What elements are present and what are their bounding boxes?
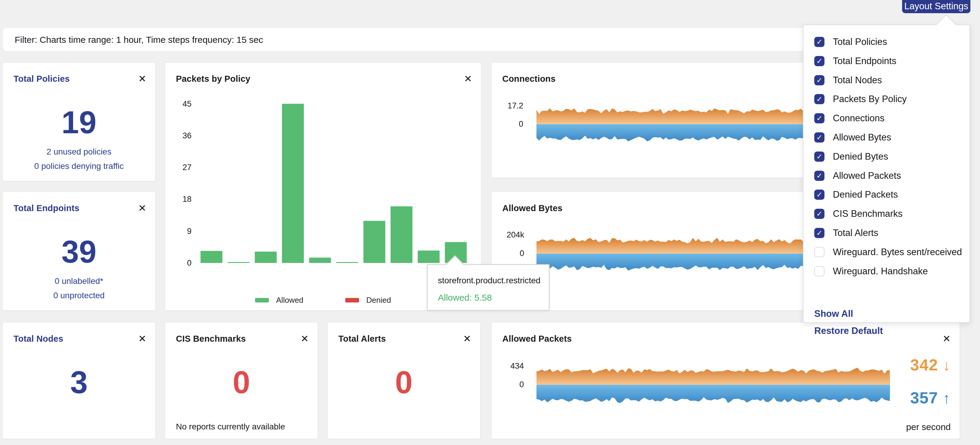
- checked-checkbox-icon[interactable]: [814, 37, 824, 47]
- menu-item-label: Total Policies: [833, 36, 887, 48]
- layout-settings-button[interactable]: Layout Settings: [902, 0, 970, 13]
- menu-item-denied-bytes[interactable]: Denied Bytes: [814, 150, 888, 163]
- menu-item-label: Wireguard. Bytes sent/received: [833, 247, 962, 258]
- cis-benchmarks-value: 0: [165, 365, 318, 400]
- menu-item-label: Connections: [833, 113, 885, 124]
- menu-item-allowed-bytes[interactable]: Allowed Bytes: [814, 131, 891, 143]
- close-icon[interactable]: ✕: [137, 73, 148, 85]
- card-title-allowed-bytes: Allowed Bytes: [502, 203, 563, 213]
- card-title-total-alerts: Total Alerts: [338, 334, 386, 344]
- menu-item-label: CIS Benchmarks: [833, 208, 903, 219]
- card-total-alerts: Total Alerts ✕ 0: [327, 322, 480, 439]
- card-total-endpoints: Total Endpoints ✕ 39 0 unlabelled* 0 unp…: [2, 192, 156, 310]
- legend-item-allowed: Allowed: [255, 296, 303, 305]
- svg-text:18: 18: [183, 195, 191, 204]
- packets-sent-rate: 357 ↑: [910, 388, 951, 407]
- unused-policies-text: 2 unused policies: [3, 147, 155, 157]
- checked-checkbox-icon[interactable]: [814, 209, 824, 219]
- svg-text:9: 9: [187, 227, 191, 236]
- close-icon[interactable]: ✕: [299, 333, 310, 345]
- checked-checkbox-icon[interactable]: [814, 75, 824, 86]
- card-title-cis-benchmarks: CIS Benchmarks: [176, 334, 246, 344]
- packets-received-rate: 342 ↓: [910, 355, 951, 374]
- filter-text: Filter: Charts time range: 1 hour, Time …: [15, 28, 263, 52]
- cis-benchmarks-note: No reports currently available: [176, 422, 285, 432]
- menu-caret-icon: [936, 14, 956, 35]
- card-cis-benchmarks: CIS Benchmarks ✕ 0 No reports currently …: [165, 322, 318, 439]
- menu-item-label: Total Nodes: [833, 75, 882, 86]
- unlabelled-text: 0 unlabelled*: [3, 276, 155, 286]
- checked-checkbox-icon[interactable]: [814, 171, 824, 181]
- menu-item-label: Denied Packets: [833, 189, 898, 200]
- menu-item-wireguard-bytes-sent-received[interactable]: Wireguard. Bytes sent/received: [814, 246, 962, 258]
- legend-item-denied: Denied: [345, 296, 391, 305]
- total-nodes-value: 3: [3, 365, 155, 400]
- svg-text:45: 45: [183, 100, 191, 108]
- checked-checkbox-icon[interactable]: [814, 94, 824, 104]
- tooltip-allowed-value: Allowed: 5.58: [438, 293, 492, 303]
- checked-checkbox-icon[interactable]: [814, 152, 824, 162]
- dashboard-page: Layout Settings Filter: Charts time rang…: [0, 0, 980, 445]
- menu-item-label: Allowed Packets: [833, 170, 901, 181]
- unprotected-text: 0 unprotected: [3, 291, 155, 300]
- unchecked-checkbox-icon[interactable]: [814, 266, 824, 276]
- checked-checkbox-icon[interactable]: [814, 113, 824, 124]
- menu-item-allowed-packets[interactable]: Allowed Packets: [814, 170, 901, 182]
- checked-checkbox-icon[interactable]: [814, 228, 824, 238]
- connections-ymax-label: 17.2: [492, 101, 523, 111]
- layout-settings-menu: Total PoliciesTotal EndpointsTotal Nodes…: [803, 25, 970, 323]
- card-title-allowed-packets: Allowed Packets: [502, 334, 572, 344]
- close-icon[interactable]: ✕: [941, 333, 952, 345]
- menu-item-label: Total Endpoints: [833, 56, 896, 67]
- menu-item-total-nodes[interactable]: Total Nodes: [814, 74, 882, 86]
- allowed-swatch-icon: [255, 298, 269, 302]
- menu-item-cis-benchmarks[interactable]: CIS Benchmarks: [814, 208, 903, 220]
- arrow-up-icon: ↑: [943, 390, 951, 407]
- close-icon[interactable]: ✕: [137, 333, 148, 345]
- menu-item-connections[interactable]: Connections: [814, 112, 885, 124]
- chart-tooltip: storefront.product.restricted Allowed: 5…: [427, 264, 550, 311]
- close-icon[interactable]: ✕: [137, 202, 148, 214]
- menu-item-packets-by-policy[interactable]: Packets By Policy: [814, 93, 907, 105]
- menu-item-total-endpoints[interactable]: Total Endpoints: [814, 55, 896, 67]
- arrow-down-icon: ↓: [943, 357, 951, 374]
- menu-item-total-alerts[interactable]: Total Alerts: [814, 227, 878, 239]
- connections-ybase-label: 0: [492, 119, 523, 129]
- total-endpoints-value: 39: [3, 234, 155, 269]
- close-icon[interactable]: ✕: [463, 73, 473, 85]
- card-total-policies: Total Policies ✕ 19 2 unused policies 0 …: [2, 62, 156, 181]
- card-title-total-policies: Total Policies: [13, 74, 70, 84]
- allowed-packets-ymax-label: 434: [492, 361, 524, 371]
- menu-item-label: Wireguard. Handshake: [833, 266, 928, 277]
- allowed-bytes-ymax-label: 204k: [492, 230, 524, 239]
- allowed-bytes-ybase-label: 0: [492, 249, 524, 258]
- tooltip-policy-name: storefront.product.restricted: [438, 276, 540, 285]
- checked-checkbox-icon[interactable]: [814, 190, 824, 200]
- card-title-total-endpoints: Total Endpoints: [13, 203, 80, 213]
- legend-label-allowed: Allowed: [276, 296, 303, 305]
- menu-item-total-policies[interactable]: Total Policies: [814, 36, 887, 48]
- filter-bar[interactable]: Filter: Charts time range: 1 hour, Time …: [2, 27, 812, 52]
- card-total-nodes: Total Nodes ✕ 3: [2, 322, 156, 439]
- allowed-packets-ybase-label: 0: [492, 380, 524, 389]
- total-policies-value: 19: [3, 105, 155, 140]
- svg-text:0: 0: [187, 258, 191, 268]
- per-second-label: per second: [906, 422, 951, 432]
- denied-swatch-icon: [345, 298, 359, 302]
- card-title-packets-by-policy: Packets by Policy: [176, 74, 250, 84]
- show-all-link[interactable]: Show All: [814, 309, 853, 319]
- card-title-connections: Connections: [502, 74, 556, 84]
- checked-checkbox-icon[interactable]: [814, 56, 824, 66]
- menu-item-denied-packets[interactable]: Denied Packets: [814, 188, 898, 201]
- menu-item-label: Total Alerts: [833, 228, 878, 238]
- card-allowed-packets: Allowed Packets ✕ 434 0 342 ↓ 357 ↑ per …: [491, 322, 960, 439]
- svg-text:36: 36: [183, 131, 191, 140]
- menu-item-wireguard-handshake[interactable]: Wireguard. Handshake: [814, 265, 928, 277]
- card-title-total-nodes: Total Nodes: [13, 334, 63, 344]
- unchecked-checkbox-icon[interactable]: [814, 247, 824, 257]
- close-icon[interactable]: ✕: [462, 333, 473, 345]
- legend-label-denied: Denied: [366, 296, 391, 305]
- denying-policies-text: 0 policies denying traffic: [3, 162, 155, 171]
- checked-checkbox-icon[interactable]: [814, 132, 824, 143]
- restore-default-link[interactable]: Restore Default: [814, 326, 883, 336]
